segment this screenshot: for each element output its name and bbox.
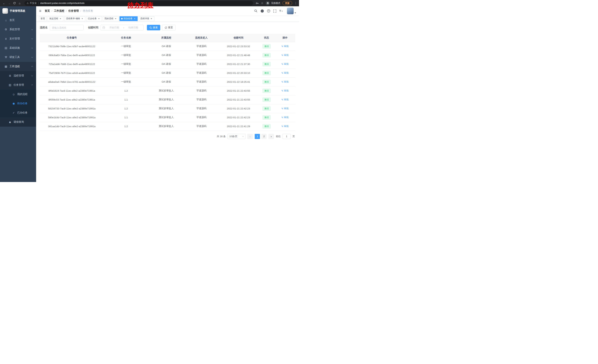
- approve-link[interactable]: ✎审批: [281, 107, 289, 110]
- search-icon: [150, 26, 152, 29]
- chevron-down-icon: [31, 28, 33, 30]
- sidebar-item-home[interactable]: ⌂首页: [0, 16, 36, 25]
- tab-close-icon[interactable]: ×: [98, 17, 100, 20]
- menu-dots-icon[interactable]: ⋮: [294, 1, 297, 5]
- next-page-button[interactable]: ›: [268, 134, 274, 139]
- column-header: 创建时间: [219, 34, 258, 42]
- sidebar-item-infra[interactable]: ▤基础设施: [0, 43, 36, 53]
- approve-link[interactable]: ✎审批: [281, 62, 289, 66]
- sidebar-item-todo-task[interactable]: ◉待办任务: [0, 99, 36, 108]
- pagination-pages: 12: [255, 134, 266, 139]
- sidebar-item-label: 系统管理: [9, 28, 20, 31]
- chevron-down-icon: [242, 135, 244, 137]
- approve-link[interactable]: ✎审批: [281, 71, 289, 75]
- prev-page-button[interactable]: ‹: [247, 134, 253, 139]
- approve-link[interactable]: ✎审批: [281, 80, 289, 83]
- key-icon[interactable]: [256, 2, 259, 5]
- table-row: 725a1eb6-7b88-11ec-8ef0-acde48001122一级审批…: [40, 60, 295, 68]
- tab-label: 发起流程: [49, 17, 58, 20]
- avatar[interactable]: [287, 8, 294, 14]
- tab-close-icon[interactable]: ×: [114, 17, 117, 20]
- tab-close-icon[interactable]: ×: [133, 17, 136, 20]
- sidebar-item-devtools[interactable]: ⚒研发工具: [0, 53, 36, 62]
- security-label[interactable]: 不安全: [30, 2, 37, 5]
- navbar-right-icons: ? TT: [254, 8, 296, 14]
- tab-start-process[interactable]: 发起流程×: [48, 16, 63, 21]
- tab-my-process[interactable]: 我的流程×: [103, 16, 119, 21]
- approve-link[interactable]: ✎审批: [281, 45, 289, 48]
- reset-button[interactable]: 重置: [162, 25, 175, 30]
- forward-icon[interactable]: →: [7, 1, 11, 5]
- home-icon[interactable]: ⌂: [17, 1, 22, 5]
- refresh-icon[interactable]: [12, 1, 17, 5]
- url-text[interactable]: dashboard.yudao.iocoder.cn/bpm/task/todo: [40, 2, 84, 4]
- github-icon[interactable]: [260, 9, 264, 13]
- tab-home[interactable]: 首页: [39, 16, 47, 21]
- sidebar-item-my-process[interactable]: ☺我的流程: [0, 90, 36, 99]
- page-button-2[interactable]: 2: [261, 134, 266, 139]
- breadcrumb-item: 待办任务: [83, 9, 93, 13]
- sidebar-menu: ⌂首页⚙系统管理¥支付管理▤基础设施⚒研发工具▦工作流程≣流程管理▥任务管理☺我…: [0, 16, 36, 182]
- table-row: a6aba0a4-7b6d-11ec-b781-acde48001122一级审批…: [40, 77, 295, 86]
- goto-page-input[interactable]: [282, 134, 291, 139]
- tab-todo-task[interactable]: 待办任务×: [119, 16, 138, 21]
- search-button[interactable]: 搜索: [147, 25, 160, 30]
- end-date-placeholder[interactable]: 结束日期: [125, 26, 142, 29]
- approve-link[interactable]: ✎审批: [281, 125, 289, 128]
- font-size-icon[interactable]: TT: [279, 9, 283, 12]
- user-avatar-menu[interactable]: [287, 8, 296, 14]
- edit-icon: ✎: [281, 63, 283, 65]
- page-button-1[interactable]: 1: [255, 134, 260, 139]
- help-icon[interactable]: ?: [267, 9, 270, 13]
- update-button[interactable]: 更新: [282, 1, 292, 5]
- sidebar-item-label: 流程管理: [14, 74, 24, 77]
- cell-action: ✎审批: [275, 95, 295, 104]
- sidebar-item-label: 已办任务: [17, 111, 28, 114]
- approve-link[interactable]: ✎审批: [281, 89, 289, 92]
- table-row: 069c6a63-7b8a-11ec-8ef0-acde48001122一级审批…: [40, 51, 295, 60]
- sidebar-item-leave-query[interactable]: ☻请假查询: [0, 117, 36, 127]
- start-date-placeholder[interactable]: 开始日期: [106, 26, 123, 29]
- sidebar-item-task-mgmt[interactable]: ▥任务管理: [0, 80, 36, 90]
- process-name-input[interactable]: [50, 25, 83, 30]
- status-badge: 激活: [263, 124, 271, 129]
- app-logo[interactable]: 芋道管理系统: [0, 6, 36, 16]
- date-range-picker[interactable]: 开始日期 - 结束日期: [100, 25, 144, 30]
- breadcrumb-item[interactable]: 首页: [45, 9, 50, 13]
- page-size-select[interactable]: 10条/页: [227, 134, 245, 139]
- approve-link[interactable]: ✎审批: [281, 98, 289, 101]
- total-count: 共 16 条: [217, 135, 226, 138]
- back-icon[interactable]: ←: [2, 1, 6, 5]
- status-badge: 激活: [263, 62, 271, 66]
- fullscreen-icon[interactable]: [273, 9, 276, 13]
- cell-created: 2022-01-22 18:25:41: [219, 77, 258, 86]
- sidebar-item-system[interactable]: ⚙系统管理: [0, 25, 36, 34]
- sidebar-item-label: 任务管理: [14, 83, 24, 87]
- column-header: 流程发起人: [184, 34, 219, 42]
- search-icon[interactable]: [254, 9, 257, 13]
- cell-initiator: 芋道源码: [184, 42, 219, 51]
- edit-icon: ✎: [281, 89, 283, 92]
- tab-process-detail[interactable]: 流程详情×: [139, 16, 154, 21]
- sidebar-item-process-mgmt[interactable]: ≣流程管理: [0, 71, 36, 80]
- tab-close-icon[interactable]: ×: [81, 17, 83, 20]
- hamburger-icon[interactable]: ≡: [39, 9, 41, 13]
- tab-close-icon[interactable]: ×: [59, 17, 62, 20]
- breadcrumb-item[interactable]: 工作流程: [54, 9, 64, 13]
- tab-done-task[interactable]: 已办任务×: [86, 16, 102, 21]
- cell-name: 一级审批: [104, 60, 148, 68]
- status-badge: 激活: [263, 115, 271, 120]
- breadcrumb-item[interactable]: 任务管理: [68, 9, 79, 13]
- cell-initiator: 芋道源码: [184, 86, 219, 95]
- cell-status: 激活: [258, 68, 275, 77]
- bookmark-star-icon[interactable]: ☆: [261, 1, 263, 5]
- approve-link[interactable]: ✎审批: [281, 116, 289, 119]
- tab-form-edit[interactable]: 流程表单-编辑×: [64, 16, 85, 21]
- sidebar-item-payment[interactable]: ¥支付管理: [0, 34, 36, 43]
- sidebar-item-workflow[interactable]: ▦工作流程: [0, 62, 36, 71]
- annotation-text: 待办列表: [127, 1, 153, 9]
- column-header: 任务编号: [40, 34, 104, 42]
- sidebar-item-done-task[interactable]: ✓已办任务: [0, 108, 36, 117]
- tab-close-icon[interactable]: ×: [150, 17, 153, 20]
- approve-link[interactable]: ✎审批: [281, 54, 289, 57]
